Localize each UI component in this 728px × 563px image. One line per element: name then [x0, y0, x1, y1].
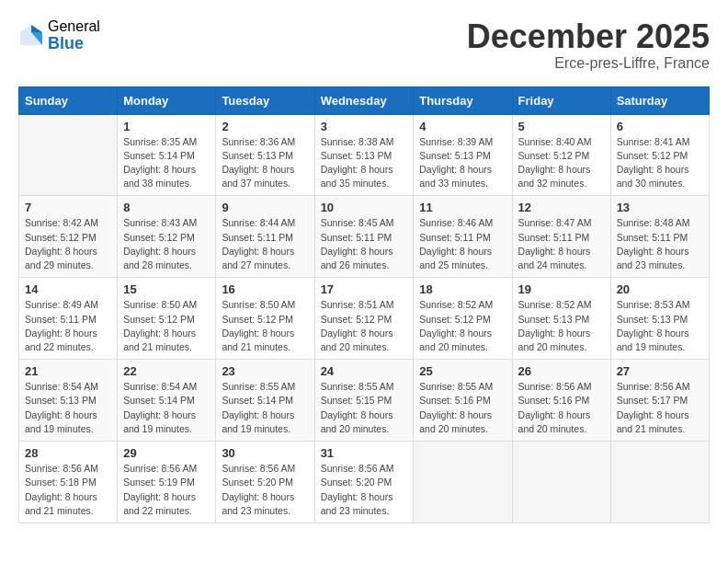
day-cell: 8Sunrise: 8:43 AM Sunset: 5:12 PM Daylig…	[118, 196, 216, 278]
weekday-header-friday: Friday	[512, 86, 610, 114]
day-cell: 23Sunrise: 8:55 AM Sunset: 5:14 PM Dayli…	[216, 360, 314, 442]
week-row-1: 1Sunrise: 8:35 AM Sunset: 5:14 PM Daylig…	[19, 114, 710, 196]
day-number: 2	[222, 120, 308, 133]
day-cell: 4Sunrise: 8:39 AM Sunset: 5:13 PM Daylig…	[414, 114, 512, 196]
day-cell: 17Sunrise: 8:51 AM Sunset: 5:12 PM Dayli…	[314, 278, 414, 360]
day-cell: 15Sunrise: 8:50 AM Sunset: 5:12 PM Dayli…	[118, 278, 216, 360]
week-row-2: 7Sunrise: 8:42 AM Sunset: 5:12 PM Daylig…	[19, 196, 710, 278]
day-number: 25	[419, 364, 506, 378]
weekday-header-monday: Monday	[118, 86, 216, 114]
day-info: Sunrise: 8:51 AM Sunset: 5:12 PM Dayligh…	[321, 298, 408, 354]
day-info: Sunrise: 8:39 AM Sunset: 5:13 PM Dayligh…	[419, 135, 506, 191]
weekday-header-saturday: Saturday	[610, 86, 709, 114]
day-number: 15	[123, 282, 210, 296]
day-info: Sunrise: 8:56 AM Sunset: 5:19 PM Dayligh…	[123, 462, 210, 518]
day-number: 16	[222, 282, 308, 296]
day-info: Sunrise: 8:50 AM Sunset: 5:12 PM Dayligh…	[222, 298, 308, 354]
day-number: 22	[123, 364, 210, 378]
day-number: 24	[321, 364, 408, 378]
day-cell: 21Sunrise: 8:54 AM Sunset: 5:13 PM Dayli…	[19, 360, 118, 442]
day-info: Sunrise: 8:55 AM Sunset: 5:15 PM Dayligh…	[321, 380, 408, 436]
month-title: December 2025	[467, 18, 710, 55]
day-cell: 25Sunrise: 8:55 AM Sunset: 5:16 PM Dayli…	[414, 360, 512, 442]
calendar-table: SundayMondayTuesdayWednesdayThursdayFrid…	[18, 86, 710, 523]
day-number: 1	[123, 120, 210, 133]
logo-icon	[18, 23, 44, 49]
week-row-5: 28Sunrise: 8:56 AM Sunset: 5:18 PM Dayli…	[19, 442, 710, 523]
logo-general: General	[48, 18, 100, 35]
weekday-header-tuesday: Tuesday	[216, 86, 314, 114]
day-info: Sunrise: 8:49 AM Sunset: 5:11 PM Dayligh…	[25, 298, 111, 354]
day-cell: 12Sunrise: 8:47 AM Sunset: 5:11 PM Dayli…	[512, 196, 610, 278]
day-cell: 3Sunrise: 8:38 AM Sunset: 5:13 PM Daylig…	[314, 114, 414, 196]
day-cell: 26Sunrise: 8:56 AM Sunset: 5:16 PM Dayli…	[512, 360, 610, 442]
day-cell: 18Sunrise: 8:52 AM Sunset: 5:12 PM Dayli…	[414, 278, 512, 360]
day-info: Sunrise: 8:36 AM Sunset: 5:13 PM Dayligh…	[222, 135, 308, 191]
logo-blue: Blue	[48, 35, 100, 53]
weekday-header-sunday: Sunday	[19, 86, 118, 114]
day-cell: 28Sunrise: 8:56 AM Sunset: 5:18 PM Dayli…	[19, 442, 118, 523]
logo: General Blue	[18, 18, 100, 52]
day-info: Sunrise: 8:56 AM Sunset: 5:20 PM Dayligh…	[222, 462, 308, 518]
day-number: 7	[25, 201, 111, 214]
day-cell: 22Sunrise: 8:54 AM Sunset: 5:14 PM Dayli…	[118, 360, 216, 442]
day-info: Sunrise: 8:55 AM Sunset: 5:14 PM Dayligh…	[222, 380, 308, 436]
day-info: Sunrise: 8:35 AM Sunset: 5:14 PM Dayligh…	[123, 135, 210, 191]
day-cell: 30Sunrise: 8:56 AM Sunset: 5:20 PM Dayli…	[216, 442, 314, 523]
day-number: 18	[419, 282, 506, 296]
day-cell: 1Sunrise: 8:35 AM Sunset: 5:14 PM Daylig…	[118, 114, 216, 196]
title-area: December 2025 Erce-pres-Liffre, France	[467, 18, 710, 72]
day-number: 27	[617, 364, 703, 378]
day-number: 20	[617, 282, 703, 296]
day-cell	[610, 442, 709, 523]
day-number: 17	[321, 282, 408, 296]
day-cell	[19, 114, 118, 196]
day-info: Sunrise: 8:56 AM Sunset: 5:20 PM Dayligh…	[321, 462, 408, 518]
svg-marker-1	[31, 25, 42, 32]
page-header: General Blue December 2025 Erce-pres-Lif…	[18, 18, 710, 72]
location-subtitle: Erce-pres-Liffre, France	[467, 55, 710, 72]
day-info: Sunrise: 8:46 AM Sunset: 5:11 PM Dayligh…	[419, 216, 506, 272]
day-info: Sunrise: 8:44 AM Sunset: 5:11 PM Dayligh…	[222, 216, 308, 272]
day-number: 13	[617, 201, 703, 214]
day-info: Sunrise: 8:48 AM Sunset: 5:11 PM Dayligh…	[617, 216, 703, 272]
day-info: Sunrise: 8:54 AM Sunset: 5:14 PM Dayligh…	[123, 380, 210, 436]
day-cell: 10Sunrise: 8:45 AM Sunset: 5:11 PM Dayli…	[314, 196, 414, 278]
day-number: 6	[617, 120, 703, 133]
day-cell: 16Sunrise: 8:50 AM Sunset: 5:12 PM Dayli…	[216, 278, 314, 360]
day-info: Sunrise: 8:41 AM Sunset: 5:12 PM Dayligh…	[617, 135, 703, 191]
day-cell: 24Sunrise: 8:55 AM Sunset: 5:15 PM Dayli…	[314, 360, 414, 442]
day-info: Sunrise: 8:52 AM Sunset: 5:13 PM Dayligh…	[518, 298, 605, 354]
day-cell: 5Sunrise: 8:40 AM Sunset: 5:12 PM Daylig…	[512, 114, 610, 196]
day-cell: 9Sunrise: 8:44 AM Sunset: 5:11 PM Daylig…	[216, 196, 314, 278]
day-info: Sunrise: 8:38 AM Sunset: 5:13 PM Dayligh…	[321, 135, 408, 191]
day-number: 8	[123, 201, 210, 214]
day-cell	[512, 442, 610, 523]
day-info: Sunrise: 8:47 AM Sunset: 5:11 PM Dayligh…	[518, 216, 605, 272]
day-number: 19	[518, 282, 605, 296]
week-row-3: 14Sunrise: 8:49 AM Sunset: 5:11 PM Dayli…	[19, 278, 710, 360]
day-number: 10	[321, 201, 408, 214]
day-cell: 20Sunrise: 8:53 AM Sunset: 5:13 PM Dayli…	[610, 278, 709, 360]
day-info: Sunrise: 8:45 AM Sunset: 5:11 PM Dayligh…	[321, 216, 408, 272]
day-number: 4	[419, 120, 506, 133]
weekday-header-wednesday: Wednesday	[314, 86, 414, 114]
day-cell	[414, 442, 512, 523]
day-info: Sunrise: 8:40 AM Sunset: 5:12 PM Dayligh…	[518, 135, 605, 191]
day-cell: 11Sunrise: 8:46 AM Sunset: 5:11 PM Dayli…	[414, 196, 512, 278]
day-number: 29	[123, 446, 210, 460]
day-cell: 2Sunrise: 8:36 AM Sunset: 5:13 PM Daylig…	[216, 114, 314, 196]
logo-text: General Blue	[48, 18, 100, 52]
day-info: Sunrise: 8:42 AM Sunset: 5:12 PM Dayligh…	[25, 216, 111, 272]
day-number: 31	[321, 446, 408, 460]
day-cell: 27Sunrise: 8:56 AM Sunset: 5:17 PM Dayli…	[610, 360, 709, 442]
day-cell: 7Sunrise: 8:42 AM Sunset: 5:12 PM Daylig…	[19, 196, 118, 278]
weekday-header-row: SundayMondayTuesdayWednesdayThursdayFrid…	[19, 86, 710, 114]
day-cell: 31Sunrise: 8:56 AM Sunset: 5:20 PM Dayli…	[314, 442, 414, 523]
day-number: 26	[518, 364, 605, 378]
day-info: Sunrise: 8:43 AM Sunset: 5:12 PM Dayligh…	[123, 216, 210, 272]
day-info: Sunrise: 8:56 AM Sunset: 5:16 PM Dayligh…	[518, 380, 605, 436]
day-cell: 14Sunrise: 8:49 AM Sunset: 5:11 PM Dayli…	[19, 278, 118, 360]
day-number: 9	[222, 201, 308, 214]
day-number: 5	[518, 120, 605, 133]
